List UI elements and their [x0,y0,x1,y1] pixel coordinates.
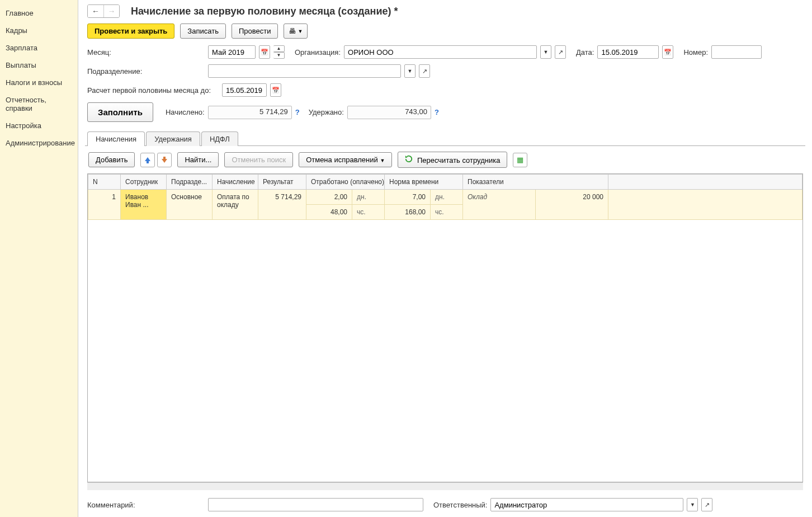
calendar-icon[interactable]: 📅 [259,45,270,59]
cell-indicator-value: 20 000 [536,190,608,220]
cancel-search-button[interactable]: Отменить поиск [224,152,293,167]
cell-extra [608,190,802,220]
cancel-corrections-button[interactable]: Отмена исправлений ▼ [299,152,392,167]
sidebar-item-settings[interactable]: Настройка [0,117,78,134]
col-n[interactable]: N [88,175,121,190]
move-down-button[interactable] [157,153,172,167]
sidebar-item-payments[interactable]: Выплаты [0,57,78,74]
col-result[interactable]: Результат [258,175,306,190]
col-indicators[interactable]: Показатели [463,175,608,190]
accrued-help-link[interactable]: ? [295,108,300,116]
post-button[interactable]: Провести [232,24,278,39]
dept-open-button[interactable]: ↗ [419,64,430,78]
org-label: Организация: [295,48,341,57]
org-dropdown-button[interactable]: ▼ [540,45,551,59]
grid-settings-button[interactable]: ▦ [513,153,527,167]
month-down-button[interactable]: ▼ [273,52,285,59]
comment-label: Комментарий: [87,501,205,509]
dept-dropdown-button[interactable]: ▼ [404,64,416,78]
cell-worked-hours-unit: чс. [352,205,385,220]
accrued-label: Начислено: [166,108,205,116]
cell-dept: Основное [167,190,213,220]
calc-until-label: Расчет первой половины месяца до: [87,86,219,95]
cell-worked-days: 2,00 [306,190,352,205]
responsible-open-button[interactable]: ↗ [701,498,712,511]
cell-result: 5 714,29 [258,190,306,220]
responsible-input[interactable] [490,498,683,511]
cell-worked-hours: 48,00 [306,205,352,220]
responsible-label: Ответственный: [433,501,487,509]
col-extra[interactable] [608,175,802,190]
fill-button[interactable]: Заполнить [87,102,153,122]
save-button[interactable]: Записать [180,24,226,39]
add-button[interactable]: Добавить [88,152,135,167]
sidebar-item-main[interactable]: Главное [0,4,78,22]
comment-input[interactable] [208,498,423,511]
month-label: Месяц: [87,48,205,57]
cell-accrual: Оплата по окладу [213,190,258,220]
sidebar-item-taxes[interactable]: Налоги и взносы [0,74,78,91]
calc-until-input[interactable] [222,83,267,97]
sidebar-item-salary[interactable]: Зарплата [0,39,78,57]
dept-label: Подразделение: [87,67,205,76]
nav-forward-button[interactable]: → [103,5,119,17]
withheld-label: Удержано: [309,108,344,116]
dept-input[interactable] [208,64,401,78]
find-button[interactable]: Найти... [177,152,219,167]
col-dept[interactable]: Подразде... [167,175,213,190]
horizontal-scrollbar[interactable] [87,482,803,490]
accrued-value: 5 714,29 [208,106,292,119]
org-open-button[interactable]: ↗ [555,45,566,59]
cell-employee[interactable]: Иванов Иван ... [121,190,167,220]
sidebar: Главное Кадры Зарплата Выплаты Налоги и … [0,0,78,517]
accruals-grid[interactable]: N Сотрудник Подразде... Начисление Резул… [87,173,803,482]
print-icon: 🖶 [289,27,296,35]
cell-norm-days: 7,00 [385,190,431,205]
grid-settings-icon: ▦ [517,156,523,164]
post-and-close-button[interactable]: Провести и закрыть [87,24,174,39]
print-menu-button[interactable]: 🖶 ▼ [284,24,308,39]
recalc-employee-button[interactable]: Пересчитать сотрудника [398,152,507,168]
withheld-value: 743,00 [347,106,431,119]
col-worked[interactable]: Отработано (оплачено) [306,175,385,190]
svg-marker-0 [145,157,150,163]
cell-indicator-name: Оклад [463,190,536,220]
svg-marker-1 [162,157,167,163]
cell-norm-days-unit: дн. [431,190,463,205]
cell-n: 1 [88,190,121,220]
date-label: Дата: [576,48,594,57]
calc-until-calendar-icon[interactable]: 📅 [270,83,281,97]
date-calendar-icon[interactable]: 📅 [662,45,673,59]
cell-norm-hours: 168,00 [385,205,431,220]
chevron-down-icon: ▼ [380,158,385,163]
date-input[interactable] [597,45,659,59]
withheld-help-link[interactable]: ? [435,108,439,116]
month-up-button[interactable]: ▲ [273,45,285,52]
number-input[interactable] [711,45,762,59]
responsible-dropdown-button[interactable]: ▼ [687,498,698,511]
sidebar-item-hr[interactable]: Кадры [0,22,78,39]
tab-deductions[interactable]: Удержания [146,131,200,146]
col-norm[interactable]: Норма времени [385,175,463,190]
chevron-down-icon: ▼ [298,29,303,34]
col-accrual[interactable]: Начисление [213,175,258,190]
page-title: Начисление за первую половину месяца (со… [131,6,398,17]
cell-worked-days-unit: дн. [352,190,385,205]
tab-ndfl[interactable]: НДФЛ [201,131,238,146]
sidebar-item-reports[interactable]: Отчетность, справки [0,91,78,117]
sidebar-item-admin[interactable]: Администрирование [0,134,78,152]
table-row[interactable]: 1 Иванов Иван ... Основное Оплата по окл… [88,190,802,205]
tab-accruals[interactable]: Начисления [87,131,145,146]
refresh-icon [405,155,413,163]
month-input[interactable] [208,45,256,59]
move-up-button[interactable] [140,153,155,167]
org-input[interactable] [344,45,537,59]
col-employee[interactable]: Сотрудник [121,175,167,190]
cell-norm-hours-unit: чс. [431,205,463,220]
nav-back-button[interactable]: ← [88,5,103,17]
number-label: Номер: [683,48,708,57]
